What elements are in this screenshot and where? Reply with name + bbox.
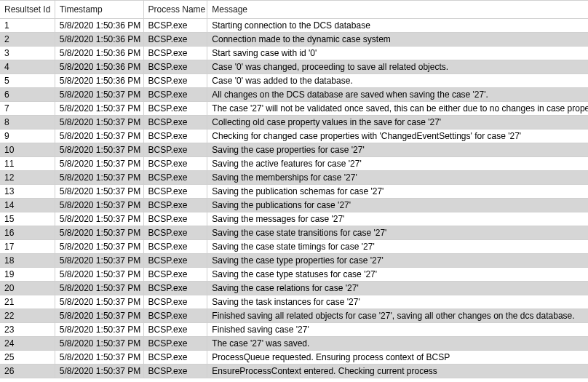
cell-resultset-id[interactable]: 15 bbox=[0, 212, 55, 226]
table-row[interactable]: 45/8/2020 1:50:36 PMBCSP.exeCase '0' was… bbox=[0, 60, 588, 74]
cell-timestamp[interactable]: 5/8/2020 1:50:37 PM bbox=[55, 226, 144, 239]
table-row[interactable]: 185/8/2020 1:50:37 PMBCSP.exeSaving the … bbox=[0, 254, 588, 268]
cell-timestamp[interactable]: 5/8/2020 1:50:37 PM bbox=[55, 254, 144, 267]
table-row[interactable]: 85/8/2020 1:50:37 PMBCSP.exeCollecting o… bbox=[0, 116, 588, 130]
cell-process-name[interactable]: BCSP.exe bbox=[144, 19, 208, 32]
cell-timestamp[interactable]: 5/8/2020 1:50:37 PM bbox=[55, 171, 144, 184]
table-row[interactable]: 215/8/2020 1:50:37 PMBCSP.exeSaving the … bbox=[0, 295, 588, 309]
cell-process-name[interactable]: BCSP.exe bbox=[144, 88, 208, 101]
cell-message[interactable]: Saving the task instances for case '27' bbox=[207, 295, 588, 309]
table-row[interactable]: 165/8/2020 1:50:37 PMBCSP.exeSaving the … bbox=[0, 226, 588, 240]
cell-message[interactable]: The case '27' will not be validated once… bbox=[207, 102, 588, 115]
cell-process-name[interactable]: BCSP.exe bbox=[144, 351, 208, 364]
cell-timestamp[interactable]: 5/8/2020 1:50:37 PM bbox=[55, 282, 144, 295]
cell-message[interactable]: Connection made to the dynamic case syst… bbox=[207, 33, 588, 46]
cell-process-name[interactable]: BCSP.exe bbox=[144, 282, 208, 295]
cell-process-name[interactable]: BCSP.exe bbox=[144, 143, 208, 156]
cell-resultset-id[interactable]: 1 bbox=[0, 19, 55, 32]
cell-message[interactable]: Checking for changed case properties wit… bbox=[207, 130, 588, 143]
cell-process-name[interactable]: BCSP.exe bbox=[144, 33, 208, 46]
table-row[interactable]: 175/8/2020 1:50:37 PMBCSP.exeSaving the … bbox=[0, 240, 588, 254]
cell-timestamp[interactable]: 5/8/2020 1:50:37 PM bbox=[55, 185, 144, 198]
cell-process-name[interactable]: BCSP.exe bbox=[144, 365, 208, 378]
cell-resultset-id[interactable]: 6 bbox=[0, 88, 55, 101]
cell-message[interactable]: Collecting old case property values in t… bbox=[207, 116, 588, 129]
cell-process-name[interactable]: BCSP.exe bbox=[144, 116, 208, 129]
table-row[interactable]: 25/8/2020 1:50:36 PMBCSP.exeConnection m… bbox=[0, 33, 588, 47]
cell-process-name[interactable]: BCSP.exe bbox=[144, 240, 208, 253]
results-grid[interactable]: Resultset Id Timestamp Process Name Mess… bbox=[0, 0, 588, 382]
cell-timestamp[interactable]: 5/8/2020 1:50:37 PM bbox=[55, 199, 144, 212]
cell-process-name[interactable]: BCSP.exe bbox=[144, 130, 208, 143]
cell-message[interactable]: Case '0' was added to the database. bbox=[207, 74, 588, 87]
table-row[interactable]: 255/8/2020 1:50:37 PMBCSP.exeProcessQueu… bbox=[0, 351, 588, 365]
cell-message[interactable]: Starting connection to the DCS database bbox=[207, 19, 588, 32]
cell-process-name[interactable]: BCSP.exe bbox=[144, 323, 208, 336]
cell-process-name[interactable]: BCSP.exe bbox=[144, 309, 208, 322]
cell-timestamp[interactable]: 5/8/2020 1:50:37 PM bbox=[55, 240, 144, 253]
cell-process-name[interactable]: BCSP.exe bbox=[144, 171, 208, 184]
table-row[interactable]: 265/8/2020 1:50:37 PMBCSP.exeEnsureProce… bbox=[0, 365, 588, 378]
cell-resultset-id[interactable]: 19 bbox=[0, 268, 55, 281]
cell-process-name[interactable]: BCSP.exe bbox=[144, 157, 208, 170]
cell-process-name[interactable]: BCSP.exe bbox=[144, 74, 208, 87]
cell-timestamp[interactable]: 5/8/2020 1:50:37 PM bbox=[55, 212, 144, 226]
cell-timestamp[interactable]: 5/8/2020 1:50:37 PM bbox=[55, 268, 144, 281]
cell-message[interactable]: Saving the case type properties for case… bbox=[207, 254, 588, 267]
cell-message[interactable]: All changes on the DCS database are save… bbox=[207, 88, 588, 101]
cell-timestamp[interactable]: 5/8/2020 1:50:37 PM bbox=[55, 295, 144, 309]
table-row[interactable]: 195/8/2020 1:50:37 PMBCSP.exeSaving the … bbox=[0, 268, 588, 282]
cell-timestamp[interactable]: 5/8/2020 1:50:37 PM bbox=[55, 88, 144, 101]
cell-message[interactable]: Case '0' was changed, proceeding to save… bbox=[207, 60, 588, 73]
header-process-name[interactable]: Process Name bbox=[144, 1, 208, 18]
cell-process-name[interactable]: BCSP.exe bbox=[144, 254, 208, 267]
table-row[interactable]: 75/8/2020 1:50:37 PMBCSP.exeThe case '27… bbox=[0, 102, 588, 116]
cell-resultset-id[interactable]: 5 bbox=[0, 74, 55, 87]
cell-process-name[interactable]: BCSP.exe bbox=[144, 60, 208, 73]
cell-resultset-id[interactable]: 25 bbox=[0, 351, 55, 364]
cell-timestamp[interactable]: 5/8/2020 1:50:37 PM bbox=[55, 130, 144, 143]
cell-resultset-id[interactable]: 11 bbox=[0, 157, 55, 170]
cell-message[interactable]: Saving the memberships for case '27' bbox=[207, 171, 588, 184]
cell-message[interactable]: The case '27' was saved. bbox=[207, 337, 588, 350]
table-row[interactable]: 245/8/2020 1:50:37 PMBCSP.exeThe case '2… bbox=[0, 337, 588, 351]
table-row[interactable]: 55/8/2020 1:50:36 PMBCSP.exeCase '0' was… bbox=[0, 74, 588, 88]
header-resultset-id[interactable]: Resultset Id bbox=[0, 1, 55, 18]
cell-timestamp[interactable]: 5/8/2020 1:50:37 PM bbox=[55, 309, 144, 322]
cell-timestamp[interactable]: 5/8/2020 1:50:36 PM bbox=[55, 47, 144, 60]
cell-message[interactable]: EnsureProcessContext entered. Checking c… bbox=[207, 365, 588, 378]
cell-message[interactable]: Saving the case state transitions for ca… bbox=[207, 226, 588, 239]
cell-timestamp[interactable]: 5/8/2020 1:50:36 PM bbox=[55, 74, 144, 87]
cell-resultset-id[interactable]: 9 bbox=[0, 130, 55, 143]
cell-message[interactable]: ProcessQueue requested. Ensuring process… bbox=[207, 351, 588, 364]
cell-process-name[interactable]: BCSP.exe bbox=[144, 47, 208, 60]
cell-message[interactable]: Saving the active features for case '27' bbox=[207, 157, 588, 170]
cell-timestamp[interactable]: 5/8/2020 1:50:37 PM bbox=[55, 323, 144, 336]
table-row[interactable]: 115/8/2020 1:50:37 PMBCSP.exeSaving the … bbox=[0, 157, 588, 171]
cell-resultset-id[interactable]: 26 bbox=[0, 365, 55, 378]
cell-message[interactable]: Start saving case with id '0' bbox=[207, 47, 588, 60]
cell-timestamp[interactable]: 5/8/2020 1:50:36 PM bbox=[55, 19, 144, 32]
cell-resultset-id[interactable]: 21 bbox=[0, 295, 55, 309]
cell-resultset-id[interactable]: 14 bbox=[0, 199, 55, 212]
cell-timestamp[interactable]: 5/8/2020 1:50:37 PM bbox=[55, 351, 144, 364]
cell-resultset-id[interactable]: 4 bbox=[0, 60, 55, 73]
table-row[interactable]: 95/8/2020 1:50:37 PMBCSP.exeChecking for… bbox=[0, 130, 588, 143]
cell-timestamp[interactable]: 5/8/2020 1:50:37 PM bbox=[55, 157, 144, 170]
cell-resultset-id[interactable]: 7 bbox=[0, 102, 55, 115]
cell-message[interactable]: Saving the publication schemas for case … bbox=[207, 185, 588, 198]
cell-process-name[interactable]: BCSP.exe bbox=[144, 268, 208, 281]
cell-process-name[interactable]: BCSP.exe bbox=[144, 102, 208, 115]
cell-resultset-id[interactable]: 23 bbox=[0, 323, 55, 336]
table-row[interactable]: 65/8/2020 1:50:37 PMBCSP.exeAll changes … bbox=[0, 88, 588, 102]
cell-resultset-id[interactable]: 12 bbox=[0, 171, 55, 184]
cell-message[interactable]: Saving the publications for case '27' bbox=[207, 199, 588, 212]
cell-process-name[interactable]: BCSP.exe bbox=[144, 295, 208, 309]
cell-resultset-id[interactable]: 2 bbox=[0, 33, 55, 46]
cell-message[interactable]: Finished saving all related objects for … bbox=[207, 309, 588, 322]
cell-timestamp[interactable]: 5/8/2020 1:50:37 PM bbox=[55, 143, 144, 156]
cell-timestamp[interactable]: 5/8/2020 1:50:36 PM bbox=[55, 60, 144, 73]
cell-resultset-id[interactable]: 24 bbox=[0, 337, 55, 350]
cell-process-name[interactable]: BCSP.exe bbox=[144, 212, 208, 226]
cell-message[interactable]: Saving the case properties for case '27' bbox=[207, 143, 588, 156]
